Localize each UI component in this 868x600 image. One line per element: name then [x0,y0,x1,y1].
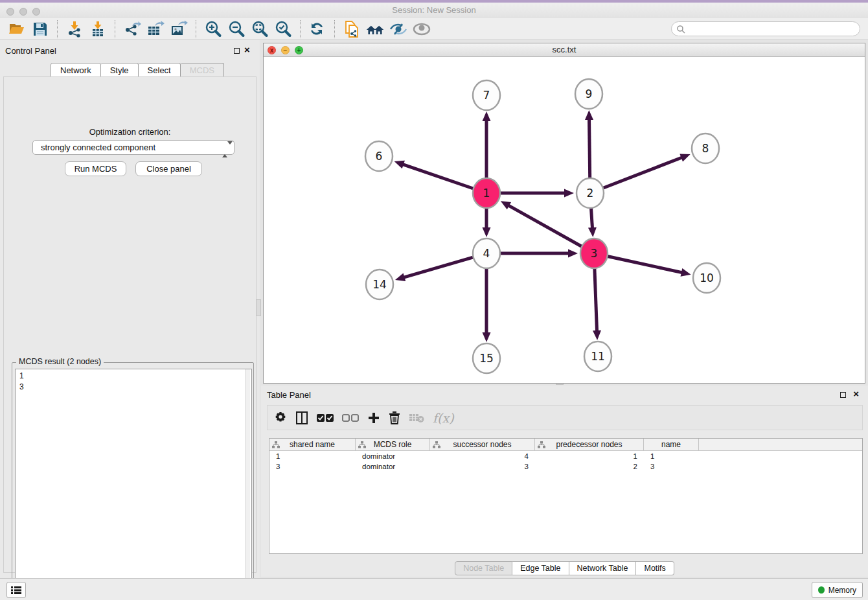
table-cell[interactable]: 1 [644,451,699,461]
toolbar-separator [57,20,58,38]
memory-button[interactable]: Memory [812,582,863,598]
network-window-titlebar[interactable]: x − + scc.txt [264,43,865,57]
import-network-icon[interactable] [65,20,84,38]
column-header-predecessor-nodes[interactable]: predecessor nodes [535,439,644,451]
graph-edge-1-6[interactable] [402,164,474,189]
delete-column-icon[interactable] [389,410,400,426]
column-header-MCDS-role[interactable]: MCDS role [356,439,430,451]
first-neighbors-icon[interactable] [365,20,385,38]
mcds-result-text[interactable]: 1 3 [15,369,252,595]
graph-edge-2-3[interactable] [591,206,592,229]
gear-icon[interactable] [274,410,287,426]
task-history-button[interactable] [6,582,26,598]
criterion-value: strongly connected component [41,143,155,152]
close-window-icon[interactable] [6,8,14,16]
result-scrollbar[interactable] [245,369,250,595]
zoom-selected-icon[interactable] [273,20,293,38]
zoom-out-icon[interactable] [227,20,246,38]
titlebar[interactable]: Session: New Session [0,3,868,18]
network-window-title: scc.txt [264,43,865,56]
graph-edge-2-9[interactable] [589,119,589,180]
table-row[interactable]: 3dominator323 [269,461,862,472]
table-cell[interactable]: 1 [269,451,356,461]
graph-node-label-6: 6 [376,150,383,163]
table-row[interactable]: 1dominator411 [269,451,862,461]
graph-edge-2-8[interactable] [602,157,683,189]
function-builder-icon[interactable]: f(x) [433,410,454,426]
table-cell[interactable]: dominator [356,451,430,461]
split-column-icon[interactable] [295,410,308,426]
tab-select[interactable]: Select [139,63,181,77]
table-cell[interactable]: 1 [535,451,644,461]
table-cell[interactable]: dominator [356,461,430,472]
table-cell[interactable]: 3 [430,461,535,472]
criterion-select[interactable]: strongly connected component [32,140,234,155]
tab-edge-table[interactable]: Edge Table [512,561,569,575]
close-panel-icon[interactable]: × [244,44,250,56]
vertical-split-handle[interactable] [256,299,261,316]
deselect-all-checkbox-icon[interactable] [342,410,359,426]
export-network-icon[interactable] [122,20,142,38]
column-header-shared-name[interactable]: shared name [269,439,356,451]
table-cell[interactable]: 2 [535,461,644,472]
minimize-window-icon[interactable] [19,8,27,16]
tab-motifs[interactable]: Motifs [636,561,674,575]
table-cell[interactable]: 3 [644,461,699,472]
graph-node-label-14: 14 [372,278,387,291]
close-panel-button[interactable]: Close panel [135,161,202,176]
column-header-name[interactable]: name [644,439,699,451]
refresh-layout-icon[interactable] [308,20,327,38]
network-canvas[interactable]: 1234678910111415 [264,57,865,383]
toolbar-separator [196,20,196,38]
save-session-icon[interactable] [30,20,50,38]
tab-node-table[interactable]: Node Table [455,561,512,575]
float-table-panel-icon[interactable] [840,392,846,398]
network-view-window: x − + scc.txt 1234678910111415 [263,43,865,384]
column-header-successor-nodes[interactable]: successor nodes [430,439,535,451]
table-body: 1dominator4113dominator323 [269,451,862,472]
hide-selected-icon[interactable] [389,20,408,38]
graph-edge-3-11[interactable] [595,266,597,332]
memory-label: Memory [828,586,856,595]
open-session-icon[interactable] [7,20,27,38]
export-image-icon[interactable] [169,20,188,38]
table-cell[interactable]: 4 [430,451,535,461]
graph-edge-3-10[interactable] [607,256,683,273]
control-panel-tabs: NetworkStyleSelectMCDS [51,63,224,77]
tab-mcds[interactable]: MCDS [181,63,224,77]
delete-table-icon[interactable] [409,410,424,426]
search-input[interactable] [671,21,860,36]
control-panel-header: Control Panel × [0,40,260,60]
optimization-criterion-label: Optimization criterion: [4,127,256,137]
graph-edge-4-14[interactable] [403,257,474,278]
graph-node-label-10: 10 [700,271,714,284]
export-table-icon[interactable] [146,20,165,38]
mcds-result-group: MCDS result (2 nodes) 1 3 [12,362,254,600]
import-table-icon[interactable] [88,20,108,38]
maximize-view-icon[interactable]: + [295,46,303,54]
toolbar-separator [300,20,301,38]
memory-status-icon [818,586,825,594]
tab-style[interactable]: Style [101,63,139,77]
duplicate-network-icon[interactable] [342,20,361,38]
float-panel-icon[interactable] [234,48,240,54]
graph-node-label-9: 9 [586,87,593,100]
close-view-icon[interactable]: x [268,46,276,54]
zoom-in-icon[interactable] [203,20,223,38]
table-panel-title: Table Panel [267,390,311,400]
close-table-panel-icon[interactable]: × [853,388,859,400]
run-mcds-button[interactable]: Run MCDS [65,161,126,176]
add-column-icon[interactable] [367,410,380,426]
table-cell[interactable]: 3 [269,461,356,472]
window-controls[interactable] [6,6,45,18]
tab-network-table[interactable]: Network Table [569,561,637,575]
zoom-fit-icon[interactable] [250,20,269,38]
select-all-checkbox-icon[interactable] [317,410,334,426]
minimize-view-icon[interactable]: − [281,46,290,54]
tab-network[interactable]: Network [51,63,101,77]
graph-node-label-11: 11 [591,350,605,363]
show-all-icon[interactable] [412,20,431,38]
graph-edge-3-1[interactable] [508,205,582,248]
graph-svg: 1234678910111415 [264,57,865,383]
maximize-window-icon[interactable] [32,8,40,16]
